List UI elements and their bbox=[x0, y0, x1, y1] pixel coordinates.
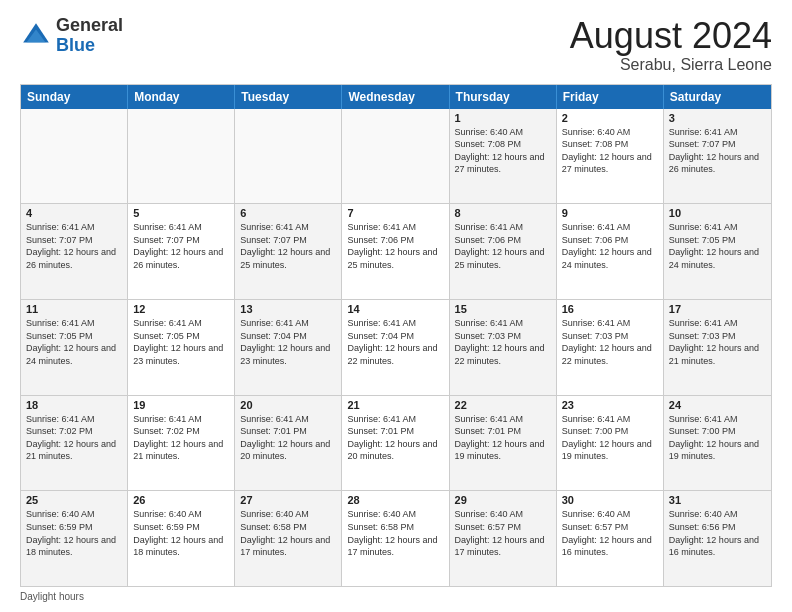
day-info: Sunrise: 6:40 AM Sunset: 6:59 PM Dayligh… bbox=[133, 508, 229, 558]
day-info: Sunrise: 6:41 AM Sunset: 7:05 PM Dayligh… bbox=[669, 221, 766, 271]
logo: General Blue bbox=[20, 16, 123, 56]
day-info: Sunrise: 6:40 AM Sunset: 6:59 PM Dayligh… bbox=[26, 508, 122, 558]
day-info: Sunrise: 6:41 AM Sunset: 7:01 PM Dayligh… bbox=[240, 413, 336, 463]
day-number: 21 bbox=[347, 399, 443, 411]
header: General Blue August 2024 Serabu, Sierra … bbox=[20, 16, 772, 74]
day-cell-29: 29Sunrise: 6:40 AM Sunset: 6:57 PM Dayli… bbox=[450, 491, 557, 586]
day-info: Sunrise: 6:41 AM Sunset: 7:05 PM Dayligh… bbox=[133, 317, 229, 367]
footer-note: Daylight hours bbox=[20, 591, 772, 602]
day-cell-12: 12Sunrise: 6:41 AM Sunset: 7:05 PM Dayli… bbox=[128, 300, 235, 395]
day-info: Sunrise: 6:40 AM Sunset: 6:57 PM Dayligh… bbox=[455, 508, 551, 558]
day-number: 31 bbox=[669, 494, 766, 506]
day-info: Sunrise: 6:41 AM Sunset: 7:02 PM Dayligh… bbox=[133, 413, 229, 463]
day-cell-14: 14Sunrise: 6:41 AM Sunset: 7:04 PM Dayli… bbox=[342, 300, 449, 395]
day-cell-5: 5Sunrise: 6:41 AM Sunset: 7:07 PM Daylig… bbox=[128, 204, 235, 299]
empty-cell bbox=[235, 109, 342, 204]
day-number: 26 bbox=[133, 494, 229, 506]
day-info: Sunrise: 6:41 AM Sunset: 7:05 PM Dayligh… bbox=[26, 317, 122, 367]
day-number: 25 bbox=[26, 494, 122, 506]
day-cell-16: 16Sunrise: 6:41 AM Sunset: 7:03 PM Dayli… bbox=[557, 300, 664, 395]
header-cell-thursday: Thursday bbox=[450, 85, 557, 109]
day-number: 23 bbox=[562, 399, 658, 411]
empty-cell bbox=[128, 109, 235, 204]
empty-cell bbox=[21, 109, 128, 204]
logo-blue-text: Blue bbox=[56, 36, 123, 56]
calendar: SundayMondayTuesdayWednesdayThursdayFrid… bbox=[20, 84, 772, 587]
day-number: 15 bbox=[455, 303, 551, 315]
day-cell-26: 26Sunrise: 6:40 AM Sunset: 6:59 PM Dayli… bbox=[128, 491, 235, 586]
page: General Blue August 2024 Serabu, Sierra … bbox=[0, 0, 792, 612]
day-info: Sunrise: 6:41 AM Sunset: 7:03 PM Dayligh… bbox=[562, 317, 658, 367]
calendar-header-row: SundayMondayTuesdayWednesdayThursdayFrid… bbox=[21, 85, 771, 109]
day-info: Sunrise: 6:41 AM Sunset: 7:02 PM Dayligh… bbox=[26, 413, 122, 463]
day-cell-28: 28Sunrise: 6:40 AM Sunset: 6:58 PM Dayli… bbox=[342, 491, 449, 586]
day-number: 30 bbox=[562, 494, 658, 506]
header-cell-tuesday: Tuesday bbox=[235, 85, 342, 109]
logo-icon bbox=[20, 20, 52, 52]
day-cell-24: 24Sunrise: 6:41 AM Sunset: 7:00 PM Dayli… bbox=[664, 396, 771, 491]
title-month: August 2024 bbox=[570, 16, 772, 56]
day-cell-30: 30Sunrise: 6:40 AM Sunset: 6:57 PM Dayli… bbox=[557, 491, 664, 586]
day-info: Sunrise: 6:41 AM Sunset: 7:07 PM Dayligh… bbox=[26, 221, 122, 271]
header-cell-sunday: Sunday bbox=[21, 85, 128, 109]
day-cell-17: 17Sunrise: 6:41 AM Sunset: 7:03 PM Dayli… bbox=[664, 300, 771, 395]
day-number: 6 bbox=[240, 207, 336, 219]
day-cell-1: 1Sunrise: 6:40 AM Sunset: 7:08 PM Daylig… bbox=[450, 109, 557, 204]
day-info: Sunrise: 6:41 AM Sunset: 7:06 PM Dayligh… bbox=[455, 221, 551, 271]
day-number: 24 bbox=[669, 399, 766, 411]
week-row-2: 11Sunrise: 6:41 AM Sunset: 7:05 PM Dayli… bbox=[21, 299, 771, 395]
day-number: 2 bbox=[562, 112, 658, 124]
day-number: 19 bbox=[133, 399, 229, 411]
day-cell-19: 19Sunrise: 6:41 AM Sunset: 7:02 PM Dayli… bbox=[128, 396, 235, 491]
logo-text: General Blue bbox=[56, 16, 123, 56]
day-number: 12 bbox=[133, 303, 229, 315]
day-number: 17 bbox=[669, 303, 766, 315]
day-number: 20 bbox=[240, 399, 336, 411]
title-location: Serabu, Sierra Leone bbox=[570, 56, 772, 74]
week-row-4: 25Sunrise: 6:40 AM Sunset: 6:59 PM Dayli… bbox=[21, 490, 771, 586]
day-info: Sunrise: 6:41 AM Sunset: 7:06 PM Dayligh… bbox=[347, 221, 443, 271]
day-number: 1 bbox=[455, 112, 551, 124]
day-number: 14 bbox=[347, 303, 443, 315]
day-cell-8: 8Sunrise: 6:41 AM Sunset: 7:06 PM Daylig… bbox=[450, 204, 557, 299]
day-info: Sunrise: 6:41 AM Sunset: 7:03 PM Dayligh… bbox=[455, 317, 551, 367]
day-cell-10: 10Sunrise: 6:41 AM Sunset: 7:05 PM Dayli… bbox=[664, 204, 771, 299]
day-info: Sunrise: 6:41 AM Sunset: 7:03 PM Dayligh… bbox=[669, 317, 766, 367]
day-info: Sunrise: 6:40 AM Sunset: 6:58 PM Dayligh… bbox=[347, 508, 443, 558]
day-number: 8 bbox=[455, 207, 551, 219]
day-cell-31: 31Sunrise: 6:40 AM Sunset: 6:56 PM Dayli… bbox=[664, 491, 771, 586]
title-block: August 2024 Serabu, Sierra Leone bbox=[570, 16, 772, 74]
day-number: 10 bbox=[669, 207, 766, 219]
day-info: Sunrise: 6:41 AM Sunset: 7:04 PM Dayligh… bbox=[347, 317, 443, 367]
day-cell-11: 11Sunrise: 6:41 AM Sunset: 7:05 PM Dayli… bbox=[21, 300, 128, 395]
day-cell-25: 25Sunrise: 6:40 AM Sunset: 6:59 PM Dayli… bbox=[21, 491, 128, 586]
day-cell-3: 3Sunrise: 6:41 AM Sunset: 7:07 PM Daylig… bbox=[664, 109, 771, 204]
day-cell-27: 27Sunrise: 6:40 AM Sunset: 6:58 PM Dayli… bbox=[235, 491, 342, 586]
header-cell-saturday: Saturday bbox=[664, 85, 771, 109]
day-info: Sunrise: 6:40 AM Sunset: 7:08 PM Dayligh… bbox=[562, 126, 658, 176]
logo-general-text: General bbox=[56, 16, 123, 36]
day-number: 28 bbox=[347, 494, 443, 506]
day-info: Sunrise: 6:41 AM Sunset: 7:01 PM Dayligh… bbox=[455, 413, 551, 463]
week-row-3: 18Sunrise: 6:41 AM Sunset: 7:02 PM Dayli… bbox=[21, 395, 771, 491]
day-info: Sunrise: 6:41 AM Sunset: 7:07 PM Dayligh… bbox=[669, 126, 766, 176]
daylight-label: Daylight hours bbox=[20, 591, 84, 602]
day-cell-2: 2Sunrise: 6:40 AM Sunset: 7:08 PM Daylig… bbox=[557, 109, 664, 204]
day-number: 27 bbox=[240, 494, 336, 506]
day-number: 11 bbox=[26, 303, 122, 315]
day-cell-23: 23Sunrise: 6:41 AM Sunset: 7:00 PM Dayli… bbox=[557, 396, 664, 491]
day-info: Sunrise: 6:40 AM Sunset: 6:57 PM Dayligh… bbox=[562, 508, 658, 558]
day-number: 5 bbox=[133, 207, 229, 219]
day-cell-15: 15Sunrise: 6:41 AM Sunset: 7:03 PM Dayli… bbox=[450, 300, 557, 395]
day-info: Sunrise: 6:41 AM Sunset: 7:01 PM Dayligh… bbox=[347, 413, 443, 463]
day-info: Sunrise: 6:41 AM Sunset: 7:04 PM Dayligh… bbox=[240, 317, 336, 367]
day-number: 18 bbox=[26, 399, 122, 411]
day-number: 16 bbox=[562, 303, 658, 315]
calendar-body: 1Sunrise: 6:40 AM Sunset: 7:08 PM Daylig… bbox=[21, 109, 771, 586]
header-cell-wednesday: Wednesday bbox=[342, 85, 449, 109]
day-cell-20: 20Sunrise: 6:41 AM Sunset: 7:01 PM Dayli… bbox=[235, 396, 342, 491]
day-cell-9: 9Sunrise: 6:41 AM Sunset: 7:06 PM Daylig… bbox=[557, 204, 664, 299]
day-cell-6: 6Sunrise: 6:41 AM Sunset: 7:07 PM Daylig… bbox=[235, 204, 342, 299]
day-number: 13 bbox=[240, 303, 336, 315]
week-row-1: 4Sunrise: 6:41 AM Sunset: 7:07 PM Daylig… bbox=[21, 203, 771, 299]
